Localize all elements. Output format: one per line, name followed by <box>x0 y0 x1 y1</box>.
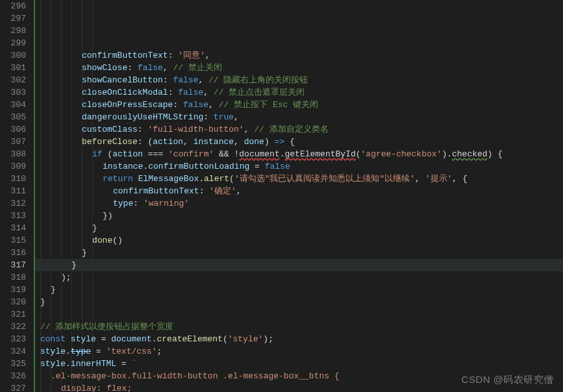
line-number: 304 <box>0 99 26 111</box>
code-editor[interactable]: 2962972982993003013023033043053063073083… <box>0 0 563 392</box>
line-number: 313 <box>0 210 26 222</box>
line-number: 297 <box>0 12 26 25</box>
line-number: 322 <box>0 321 26 333</box>
code-area[interactable]: confirmButtonText: '同意',showClose: false… <box>35 0 563 392</box>
code-line[interactable]: const style = document.createElement('st… <box>35 333 563 345</box>
code-line[interactable]: instance.confirmButtonLoading = false <box>35 160 563 173</box>
line-number: 301 <box>0 62 26 74</box>
line-number: 306 <box>0 123 26 136</box>
code-line[interactable]: showClose: false, // 禁止关闭 <box>35 62 563 74</box>
code-line[interactable]: return ElMessageBox.alert('请勾选"我已认真阅读并知悉… <box>35 173 563 185</box>
line-number: 305 <box>0 111 26 123</box>
code-line[interactable]: } <box>35 222 563 234</box>
line-number: 324 <box>0 345 26 358</box>
code-line[interactable]: closeOnPressEscape: false, // 禁止按下 Esc 键… <box>35 99 563 111</box>
code-line[interactable]: .el-message-box.full-width-button .el-me… <box>35 370 563 382</box>
code-line[interactable]: style.innerHTML = ` <box>35 358 563 370</box>
code-line[interactable]: } <box>35 247 563 259</box>
line-number: 310 <box>0 173 26 185</box>
line-number: 316 <box>0 247 26 259</box>
code-line[interactable]: }) <box>35 210 563 222</box>
code-line[interactable]: confirmButtonText: '确定', <box>35 185 563 197</box>
line-number: 307 <box>0 136 26 148</box>
line-number: 296 <box>0 0 26 12</box>
line-number: 320 <box>0 296 26 308</box>
line-number: 319 <box>0 284 26 296</box>
code-line[interactable]: dangerouslyUseHTMLString: true, <box>35 111 563 123</box>
code-line[interactable]: done() <box>35 234 563 247</box>
code-line[interactable]: if (action === 'confirm' && !document.ge… <box>35 148 563 160</box>
code-line[interactable]: confirmButtonText: '同意', <box>35 49 563 62</box>
line-number: 325 <box>0 358 26 370</box>
line-number: 315 <box>0 234 26 247</box>
code-line[interactable]: showCancelButton: false, // 隐藏右上角的关闭按钮 <box>35 74 563 86</box>
line-number: 298 <box>0 25 26 37</box>
line-number: 300 <box>0 49 26 62</box>
code-line[interactable]: type: 'warning' <box>35 197 563 210</box>
code-line[interactable]: ); <box>35 271 563 284</box>
code-line[interactable]: display: flex; <box>35 382 563 392</box>
line-number: 299 <box>0 37 26 49</box>
code-line[interactable]: closeOnClickModal: false, // 禁止点击遮罩层关闭 <box>35 86 563 99</box>
line-number: 309 <box>0 160 26 173</box>
code-line[interactable]: style.type = 'text/css'; <box>35 345 563 358</box>
line-number: 312 <box>0 197 26 210</box>
line-number: 318 <box>0 271 26 284</box>
line-number: 326 <box>0 370 26 382</box>
code-line[interactable] <box>35 308 563 321</box>
line-number: 327 <box>0 382 26 392</box>
code-line[interactable]: } <box>35 284 563 296</box>
line-number-gutter: 2962972982993003013023033043053063073083… <box>0 0 35 392</box>
line-number: 314 <box>0 222 26 234</box>
line-number: 321 <box>0 308 26 321</box>
line-number: 311 <box>0 185 26 197</box>
code-line[interactable]: // 添加样式以使按钮占据整个宽度 <box>35 321 563 333</box>
line-number: 303 <box>0 86 26 99</box>
line-number: 323 <box>0 333 26 345</box>
line-number: 317 <box>0 259 26 271</box>
code-line[interactable]: customClass: 'full-width-button', // 添加自… <box>35 123 563 136</box>
code-line[interactable]: } <box>35 259 563 271</box>
line-number: 308 <box>0 148 26 160</box>
code-line[interactable]: beforeClose: (action, instance, done) =>… <box>35 136 563 148</box>
code-line[interactable]: } <box>35 296 563 308</box>
line-number: 302 <box>0 74 26 86</box>
